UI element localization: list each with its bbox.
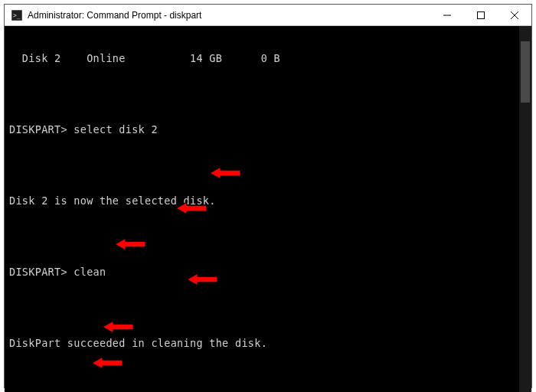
window-controls (430, 5, 531, 25)
maximize-button[interactable] (464, 5, 498, 25)
svg-rect-3 (478, 11, 485, 18)
vertical-scrollbar[interactable] (519, 26, 531, 392)
cmd-icon: >_ (11, 9, 23, 21)
titlebar[interactable]: >_ Administrator: Command Prompt - diskp… (5, 5, 531, 26)
close-button[interactable] (498, 5, 531, 25)
window-title: Administrator: Command Prompt - diskpart (28, 10, 430, 21)
minimize-button[interactable] (430, 5, 464, 25)
prompt-line: DISKPART> clean (9, 266, 519, 279)
output-line: Disk 2 Online 14 GB 0 B (9, 53, 519, 65)
output-line: DiskPart succeeded in cleaning the disk. (9, 338, 519, 350)
command-prompt-window: >_ Administrator: Command Prompt - diskp… (4, 4, 532, 388)
svg-text:>_: >_ (13, 12, 21, 19)
arrow-annotation (187, 248, 238, 311)
output-line: Disk 2 is now the selected disk. (9, 195, 519, 207)
scrollbar-thumb[interactable] (521, 41, 530, 103)
terminal-area: Disk 2 Online 14 GB 0 B DISKPART> select… (5, 26, 531, 392)
prompt-line: DISKPART> select disk 2 (9, 124, 519, 136)
terminal-output[interactable]: Disk 2 Online 14 GB 0 B DISKPART> select… (5, 26, 519, 392)
